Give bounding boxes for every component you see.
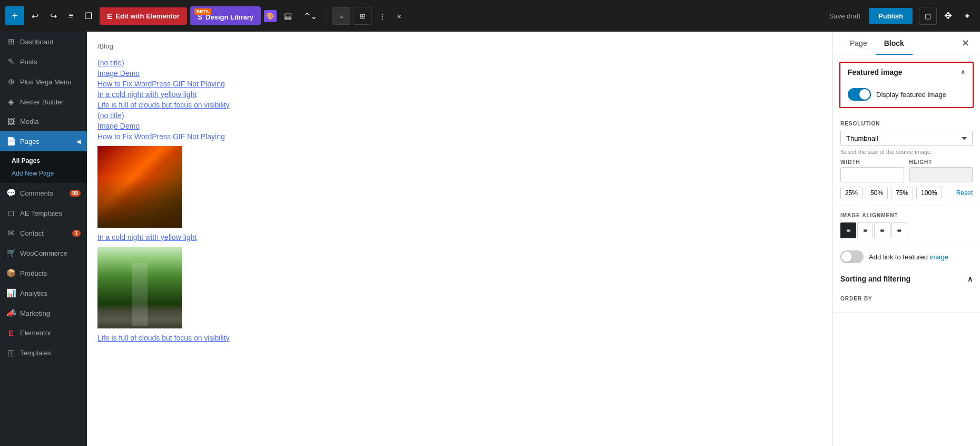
post-link-5[interactable]: (no title): [97, 111, 822, 120]
collapse-button[interactable]: «: [393, 9, 405, 23]
post-link-7[interactable]: How to Fix WordPress GIF Not Playing: [97, 132, 822, 141]
grid-layout-button[interactable]: ⊞: [354, 7, 371, 25]
dimensions-row: WIDTH HEIGHT: [840, 159, 973, 182]
sidebar-item-media[interactable]: 🖼 Media: [0, 112, 87, 131]
sidebar-item-analytics[interactable]: 📊 Analytics: [0, 283, 87, 303]
sparkle-icon: ✦: [964, 11, 971, 21]
list-view-button[interactable]: ≡: [64, 8, 77, 24]
sidebar-item-nexter-builder[interactable]: ◈ Nexter Builder: [0, 92, 87, 112]
redo-button[interactable]: ↪: [46, 8, 61, 24]
align-right-icon: ≡: [880, 226, 884, 235]
percent-100-button[interactable]: 100%: [916, 187, 942, 199]
add-link-toggle[interactable]: [840, 250, 864, 263]
comments-icon: 💬: [6, 188, 16, 198]
height-input[interactable]: [909, 167, 973, 182]
list-layout-button[interactable]: ≡: [332, 7, 350, 25]
products-icon: 📦: [6, 268, 16, 278]
sidebar-item-elementor[interactable]: E Elementor: [0, 323, 87, 343]
sidebar-item-comments[interactable]: 💬 Comments 99: [0, 183, 87, 203]
align-justify-button[interactable]: ≡: [891, 222, 907, 238]
copy-icon: ❐: [85, 11, 92, 21]
percent-25-button[interactable]: 25%: [840, 187, 863, 199]
edit-elementor-button[interactable]: E Edit with Elementor: [100, 7, 187, 25]
sidebar-item-posts[interactable]: ✎ Posts: [0, 52, 87, 72]
align-center-button[interactable]: ≡: [857, 222, 873, 238]
chevron-up-icon: ∧: [961, 69, 965, 76]
sidebar-item-ae-templates[interactable]: ◻ AE Templates: [0, 203, 87, 223]
width-field: WIDTH: [840, 159, 904, 182]
post-format-button[interactable]: ▤: [280, 8, 296, 24]
more-options-button[interactable]: ⋮: [375, 9, 390, 23]
sidebar-item-dashboard[interactable]: ⊞ Dashboard: [0, 32, 87, 52]
woocommerce-icon: 🛒: [6, 248, 16, 258]
move-button[interactable]: ✥: [940, 7, 956, 25]
publish-button[interactable]: Publish: [869, 8, 913, 24]
post-format-icon: ▤: [284, 11, 292, 21]
resolution-select[interactable]: Thumbnail Medium Large Full Size: [840, 131, 973, 146]
sidebar-item-mega-menu[interactable]: ⊕ Plus Mega Menu: [0, 72, 87, 92]
main-layout: ⊞ Dashboard ✎ Posts ⊕ Plus Mega Menu ◈ N…: [0, 32, 980, 446]
display-featured-image-toggle[interactable]: [848, 88, 871, 101]
design-library-button[interactable]: BETA S Design Library: [190, 6, 261, 25]
panel-close-button[interactable]: ✕: [959, 35, 972, 51]
resolution-label: RESOLUTION: [840, 121, 973, 127]
post-link-1[interactable]: Image Demo: [97, 69, 822, 77]
order-by-label: ORDER BY: [840, 296, 973, 302]
sidebar-sub-add-new-page[interactable]: Add New Page: [0, 167, 87, 180]
tab-block[interactable]: Block: [876, 32, 913, 55]
post-link-2[interactable]: How to Fix WordPress GIF Not Playing: [97, 80, 822, 88]
display-featured-image-label: Display featured image: [876, 91, 946, 99]
undo-button[interactable]: ↩: [27, 8, 43, 24]
post-link-4[interactable]: Life is full of clouds but focus on visi…: [97, 101, 822, 109]
purple-icon-button[interactable]: 🎨: [264, 10, 277, 22]
post-link-6[interactable]: Image Demo: [97, 122, 822, 130]
sidebar-item-contact[interactable]: ✉ Contact 1: [0, 223, 87, 243]
copy-button[interactable]: ❐: [81, 8, 96, 24]
add-link-label: Add link to featured image: [869, 253, 948, 261]
sidebar: ⊞ Dashboard ✎ Posts ⊕ Plus Mega Menu ◈ N…: [0, 32, 87, 446]
content-area: /Blog (no title) Image Demo How to Fix W…: [87, 32, 832, 446]
percent-50-button[interactable]: 50%: [866, 187, 888, 199]
ae-templates-icon: ◻: [6, 208, 16, 218]
align-left-button[interactable]: ≡: [840, 222, 856, 238]
percent-75-button[interactable]: 75%: [891, 187, 913, 199]
reset-button[interactable]: Reset: [956, 189, 973, 197]
list-icon: ≡: [68, 11, 73, 21]
navigation-button[interactable]: ⌃⌄: [299, 8, 321, 24]
ai-button[interactable]: ✦: [959, 8, 975, 24]
post-link-autumn[interactable]: In a cold night with yellow light: [97, 233, 822, 241]
tab-page[interactable]: Page: [841, 32, 876, 55]
save-draft-button[interactable]: Save draft: [824, 9, 866, 23]
sidebar-item-pages[interactable]: 📄 Pages ◀: [0, 131, 87, 151]
divider-1: [327, 8, 327, 24]
percent-row: 25% 50% 75% 100% Reset: [840, 187, 973, 199]
width-label: WIDTH: [840, 159, 904, 165]
elementor-nav-icon: E: [6, 328, 16, 337]
add-block-button[interactable]: +: [5, 6, 24, 25]
width-input[interactable]: [840, 167, 904, 182]
contact-badge: 1: [72, 230, 81, 237]
sorting-filtering-section: Sorting and filtering ∧ ORDER BY: [833, 268, 980, 313]
chevrons-left-icon: «: [397, 12, 401, 20]
alignment-row: ≡ ≡ ≡ ≡: [840, 222, 973, 238]
sidebar-item-products[interactable]: 📦 Products: [0, 263, 87, 283]
sidebar-item-templates[interactable]: ◫ Templates: [0, 343, 87, 363]
post-link-forest[interactable]: Life is full of clouds but focus on visi…: [97, 334, 822, 342]
resolution-hint: Select the size of the source image.: [840, 149, 973, 155]
post-link-0[interactable]: (no title): [97, 59, 822, 67]
add-link-image-text: image: [930, 253, 948, 261]
image-alignment-label: IMAGE ALIGNMENT: [840, 212, 973, 218]
featured-image-header[interactable]: Featured image ∧: [840, 63, 973, 82]
sidebar-item-woocommerce[interactable]: 🛒 WooCommerce: [0, 243, 87, 263]
display-featured-image-row: Display featured image: [848, 88, 965, 101]
align-right-button[interactable]: ≡: [874, 222, 890, 238]
sorting-filtering-header[interactable]: Sorting and filtering ∧: [833, 268, 980, 289]
sidebar-item-marketing[interactable]: 📣 Marketing: [0, 303, 87, 323]
sidebar-sub-all-pages[interactable]: All Pages: [0, 154, 87, 167]
contact-icon: ✉: [6, 228, 16, 238]
sidebar-toggle-button[interactable]: ▢: [919, 7, 937, 25]
post-link-3[interactable]: In a cold night with yellow light: [97, 90, 822, 99]
mega-menu-icon: ⊕: [6, 77, 16, 86]
image-alignment-section: IMAGE ALIGNMENT ≡ ≡ ≡ ≡: [833, 206, 980, 245]
plus-icon: +: [12, 10, 18, 22]
